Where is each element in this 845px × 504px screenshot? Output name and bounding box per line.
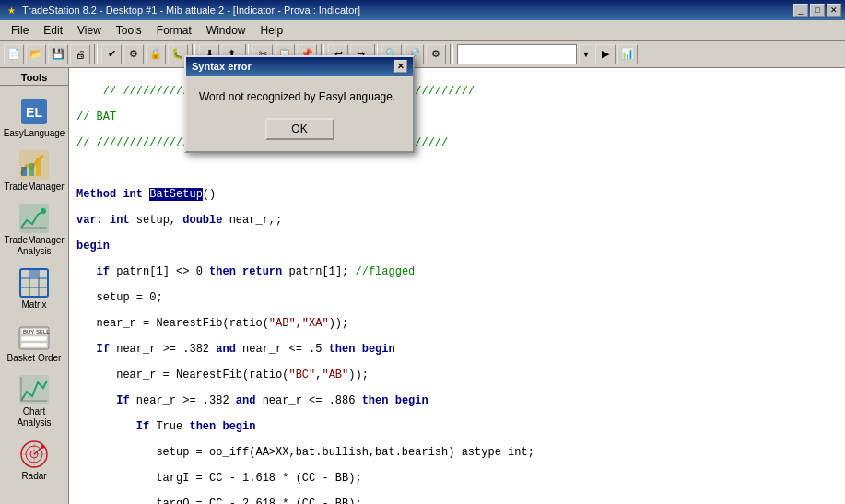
dialog-buttons: OK [199, 118, 400, 140]
main-layout: Tools EL EasyLanguage TradeMana [0, 68, 845, 504]
syntax-error-dialog: Syntax error ✕ Word not recognized by Ea… [184, 55, 415, 153]
dialog-ok-button[interactable]: OK [265, 118, 334, 140]
dialog-overlay: Syntax error ✕ Word not recognized by Ea… [0, 0, 845, 504]
dialog-message: Word not recognized by EasyLanguage. [199, 90, 400, 103]
dialog-body: Word not recognized by EasyLanguage. OK [186, 76, 413, 151]
dialog-title-bar: Syntax error ✕ [186, 57, 413, 76]
dialog-close-button[interactable]: ✕ [394, 60, 407, 73]
dialog-title-text: Syntax error [192, 61, 394, 72]
